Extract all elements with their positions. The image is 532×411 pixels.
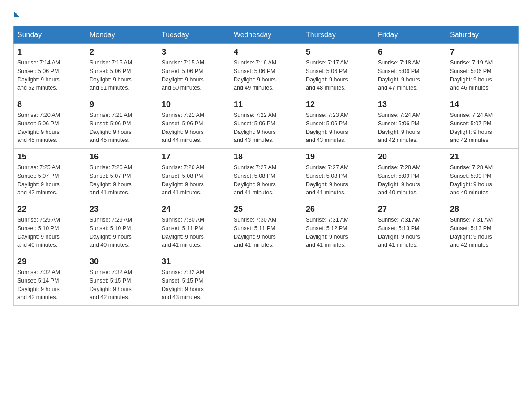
day-number: 25 (234, 205, 298, 214)
weekday-header-cell: Monday (86, 26, 158, 44)
calendar-week-row: 8Sunrise: 7:20 AMSunset: 5:06 PMDaylight… (14, 96, 519, 149)
day-number: 1 (17, 47, 82, 57)
day-info: Sunrise: 7:31 AMSunset: 5:13 PMDaylight:… (378, 216, 442, 249)
page-header (13, 13, 519, 17)
day-info: Sunrise: 7:23 AMSunset: 5:06 PMDaylight:… (306, 111, 370, 145)
logo-arrow-icon (14, 12, 20, 17)
weekday-header-cell: Thursday (302, 26, 374, 44)
day-number: 17 (162, 152, 226, 162)
day-info: Sunrise: 7:32 AMSunset: 5:15 PMDaylight:… (90, 268, 154, 302)
calendar-day-cell: 28Sunrise: 7:31 AMSunset: 5:13 PMDayligh… (446, 201, 519, 253)
day-number: 22 (17, 205, 82, 214)
calendar-table: SundayMondayTuesdayWednesdayThursdayFrid… (13, 26, 519, 306)
day-info: Sunrise: 7:26 AMSunset: 5:07 PMDaylight:… (90, 163, 154, 197)
day-number: 18 (234, 152, 298, 162)
calendar-day-cell: 12Sunrise: 7:23 AMSunset: 5:06 PMDayligh… (302, 96, 374, 149)
day-number: 23 (90, 205, 154, 214)
day-number: 10 (162, 100, 226, 109)
day-number: 26 (306, 205, 370, 214)
day-number: 14 (450, 100, 515, 109)
day-info: Sunrise: 7:20 AMSunset: 5:06 PMDaylight:… (17, 111, 82, 145)
day-info: Sunrise: 7:29 AMSunset: 5:10 PMDaylight:… (17, 216, 82, 249)
day-info: Sunrise: 7:24 AMSunset: 5:06 PMDaylight:… (378, 111, 442, 145)
day-info: Sunrise: 7:19 AMSunset: 5:06 PMDaylight:… (450, 59, 515, 92)
day-info: Sunrise: 7:30 AMSunset: 5:11 PMDaylight:… (162, 216, 226, 249)
day-number: 24 (162, 205, 226, 214)
calendar-week-row: 29Sunrise: 7:32 AMSunset: 5:14 PMDayligh… (14, 253, 519, 306)
day-info: Sunrise: 7:32 AMSunset: 5:14 PMDaylight:… (17, 268, 82, 302)
day-info: Sunrise: 7:18 AMSunset: 5:06 PMDaylight:… (378, 59, 442, 92)
day-number: 2 (90, 47, 154, 57)
day-info: Sunrise: 7:15 AMSunset: 5:06 PMDaylight:… (162, 59, 226, 92)
day-number: 5 (306, 47, 370, 57)
calendar-day-cell: 21Sunrise: 7:28 AMSunset: 5:09 PMDayligh… (446, 149, 519, 201)
calendar-day-cell: 9Sunrise: 7:21 AMSunset: 5:06 PMDaylight… (86, 96, 158, 149)
day-info: Sunrise: 7:27 AMSunset: 5:08 PMDaylight:… (234, 163, 298, 197)
calendar-day-cell (230, 253, 302, 306)
calendar-day-cell (302, 253, 374, 306)
calendar-week-row: 22Sunrise: 7:29 AMSunset: 5:10 PMDayligh… (14, 201, 519, 253)
day-info: Sunrise: 7:24 AMSunset: 5:07 PMDaylight:… (450, 111, 515, 145)
calendar-day-cell: 19Sunrise: 7:27 AMSunset: 5:08 PMDayligh… (302, 149, 374, 201)
day-number: 12 (306, 100, 370, 109)
day-info: Sunrise: 7:31 AMSunset: 5:13 PMDaylight:… (450, 216, 515, 249)
calendar-day-cell: 7Sunrise: 7:19 AMSunset: 5:06 PMDaylight… (446, 44, 519, 96)
day-info: Sunrise: 7:26 AMSunset: 5:08 PMDaylight:… (162, 163, 226, 197)
day-number: 3 (162, 47, 226, 57)
day-info: Sunrise: 7:22 AMSunset: 5:06 PMDaylight:… (234, 111, 298, 145)
day-info: Sunrise: 7:31 AMSunset: 5:12 PMDaylight:… (306, 216, 370, 249)
day-number: 16 (90, 152, 154, 162)
day-number: 7 (450, 47, 515, 57)
day-number: 4 (234, 47, 298, 57)
day-info: Sunrise: 7:32 AMSunset: 5:15 PMDaylight:… (162, 268, 226, 302)
day-number: 15 (17, 152, 82, 162)
calendar-day-cell: 27Sunrise: 7:31 AMSunset: 5:13 PMDayligh… (374, 201, 446, 253)
calendar-body: 1Sunrise: 7:14 AMSunset: 5:06 PMDaylight… (14, 44, 519, 306)
calendar-day-cell: 24Sunrise: 7:30 AMSunset: 5:11 PMDayligh… (158, 201, 230, 253)
calendar-day-cell: 3Sunrise: 7:15 AMSunset: 5:06 PMDaylight… (158, 44, 230, 96)
weekday-header: SundayMondayTuesdayWednesdayThursdayFrid… (14, 26, 519, 44)
day-number: 19 (306, 152, 370, 162)
weekday-header-cell: Tuesday (158, 26, 230, 44)
calendar-week-row: 15Sunrise: 7:25 AMSunset: 5:07 PMDayligh… (14, 149, 519, 201)
calendar-day-cell: 5Sunrise: 7:17 AMSunset: 5:06 PMDaylight… (302, 44, 374, 96)
day-info: Sunrise: 7:28 AMSunset: 5:09 PMDaylight:… (450, 163, 515, 197)
calendar-day-cell: 1Sunrise: 7:14 AMSunset: 5:06 PMDaylight… (14, 44, 86, 96)
day-number: 20 (378, 152, 442, 162)
calendar-day-cell: 31Sunrise: 7:32 AMSunset: 5:15 PMDayligh… (158, 253, 230, 306)
day-number: 11 (234, 100, 298, 109)
calendar-day-cell: 22Sunrise: 7:29 AMSunset: 5:10 PMDayligh… (14, 201, 86, 253)
calendar-day-cell: 15Sunrise: 7:25 AMSunset: 5:07 PMDayligh… (14, 149, 86, 201)
calendar-day-cell (374, 253, 446, 306)
weekday-header-cell: Saturday (446, 26, 519, 44)
calendar-day-cell: 26Sunrise: 7:31 AMSunset: 5:12 PMDayligh… (302, 201, 374, 253)
weekday-header-cell: Sunday (14, 26, 86, 44)
calendar-day-cell: 10Sunrise: 7:21 AMSunset: 5:06 PMDayligh… (158, 96, 230, 149)
calendar-day-cell: 14Sunrise: 7:24 AMSunset: 5:07 PMDayligh… (446, 96, 519, 149)
day-number: 13 (378, 100, 442, 109)
calendar-day-cell: 11Sunrise: 7:22 AMSunset: 5:06 PMDayligh… (230, 96, 302, 149)
day-number: 21 (450, 152, 515, 162)
day-number: 6 (378, 47, 442, 57)
day-info: Sunrise: 7:21 AMSunset: 5:06 PMDaylight:… (162, 111, 226, 145)
calendar-day-cell: 17Sunrise: 7:26 AMSunset: 5:08 PMDayligh… (158, 149, 230, 201)
day-info: Sunrise: 7:17 AMSunset: 5:06 PMDaylight:… (306, 59, 370, 92)
logo (13, 13, 20, 17)
calendar-day-cell: 8Sunrise: 7:20 AMSunset: 5:06 PMDaylight… (14, 96, 86, 149)
day-info: Sunrise: 7:30 AMSunset: 5:11 PMDaylight:… (234, 216, 298, 249)
weekday-header-cell: Friday (374, 26, 446, 44)
day-number: 28 (450, 205, 515, 214)
calendar-day-cell: 29Sunrise: 7:32 AMSunset: 5:14 PMDayligh… (14, 253, 86, 306)
calendar-day-cell: 16Sunrise: 7:26 AMSunset: 5:07 PMDayligh… (86, 149, 158, 201)
calendar-day-cell: 20Sunrise: 7:28 AMSunset: 5:09 PMDayligh… (374, 149, 446, 201)
calendar-day-cell: 13Sunrise: 7:24 AMSunset: 5:06 PMDayligh… (374, 96, 446, 149)
calendar-day-cell: 25Sunrise: 7:30 AMSunset: 5:11 PMDayligh… (230, 201, 302, 253)
calendar-day-cell: 23Sunrise: 7:29 AMSunset: 5:10 PMDayligh… (86, 201, 158, 253)
day-number: 29 (17, 257, 82, 266)
calendar-day-cell: 18Sunrise: 7:27 AMSunset: 5:08 PMDayligh… (230, 149, 302, 201)
day-info: Sunrise: 7:29 AMSunset: 5:10 PMDaylight:… (90, 216, 154, 249)
day-info: Sunrise: 7:28 AMSunset: 5:09 PMDaylight:… (378, 163, 442, 197)
calendar-week-row: 1Sunrise: 7:14 AMSunset: 5:06 PMDaylight… (14, 44, 519, 96)
day-info: Sunrise: 7:21 AMSunset: 5:06 PMDaylight:… (90, 111, 154, 145)
day-info: Sunrise: 7:16 AMSunset: 5:06 PMDaylight:… (234, 59, 298, 92)
